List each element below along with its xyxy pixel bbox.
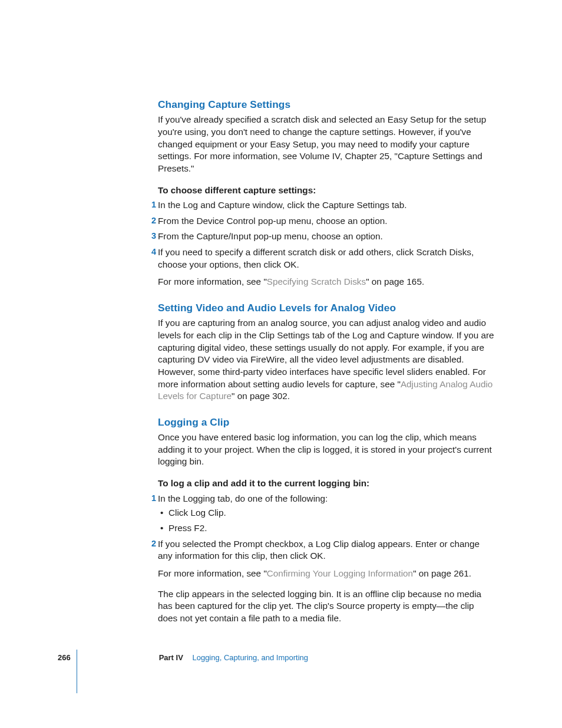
- step-text: In the Log and Capture window, click the…: [158, 200, 407, 210]
- step-number: 1: [148, 493, 156, 505]
- step-number: 2: [148, 215, 156, 227]
- step-1: 1 In the Logging tab, do one of the foll…: [158, 493, 495, 535]
- step-number: 3: [148, 230, 156, 242]
- step-text: From the Capture/Input pop-up menu, choo…: [158, 231, 383, 241]
- part-label: Part IV: [159, 653, 183, 662]
- page-number: 266: [58, 653, 157, 663]
- more-info: For more information, see "Confirming Yo…: [158, 568, 495, 580]
- step-text: If you selected the Prompt checkbox, a L…: [158, 539, 480, 561]
- page-footer: 266 Part IV Logging, Capturing, and Impo…: [58, 653, 497, 663]
- more-info: For more information, see "Specifying Sc…: [158, 276, 495, 288]
- procedure-list: 1 In the Logging tab, do one of the foll…: [158, 493, 495, 625]
- heading-changing-capture-settings: Changing Capture Settings: [158, 98, 495, 111]
- step-number: 4: [148, 246, 156, 258]
- page: Changing Capture Settings If you've alre…: [0, 0, 562, 728]
- step-2: 2 If you selected the Prompt checkbox, a…: [158, 538, 495, 625]
- heading-setting-levels: Setting Video and Audio Levels for Analo…: [158, 301, 495, 315]
- paragraph: The clip appears in the selected logging…: [158, 588, 495, 625]
- step-number: 1: [148, 199, 156, 211]
- paragraph-text-post: " on page 302.: [232, 391, 290, 401]
- paragraph: Once you have entered basic log informat…: [158, 431, 495, 468]
- step-number: 2: [148, 538, 156, 550]
- more-info-post: " on page 165.: [366, 276, 424, 286]
- cross-reference-link[interactable]: Confirming Your Logging Information: [267, 568, 413, 578]
- paragraph: If you are capturing from an analog sour…: [158, 317, 495, 402]
- cross-reference-link[interactable]: Specifying Scratch Disks: [267, 276, 366, 286]
- more-info-post: " on page 261.: [413, 568, 471, 578]
- more-info-pre: For more information, see ": [158, 276, 267, 286]
- heading-logging-a-clip: Logging a Clip: [158, 416, 495, 429]
- paragraph: If you've already specified a scratch di…: [158, 114, 495, 174]
- step-2: 2 From the Device Control pop-up menu, c…: [158, 215, 495, 228]
- bullet-item: Click Log Clip.: [168, 507, 495, 519]
- paragraph-text: If you are capturing from an analog sour…: [158, 318, 494, 388]
- step-text: If you need to specify a different scrat…: [158, 247, 474, 269]
- bullet-list: Click Log Clip. Press F2.: [158, 507, 495, 534]
- step-text: In the Logging tab, do one of the follow…: [158, 493, 328, 503]
- part-title: Logging, Capturing, and Importing: [192, 653, 308, 662]
- step-text: From the Device Control pop-up menu, cho…: [158, 216, 387, 226]
- step-4: 4 If you need to specify a different scr…: [158, 246, 495, 288]
- procedure-heading: To log a clip and add it to the current …: [158, 477, 495, 490]
- step-3: 3 From the Capture/Input pop-up menu, ch…: [158, 230, 495, 243]
- more-info-pre: For more information, see ": [158, 568, 267, 578]
- procedure-heading: To choose different capture settings:: [158, 185, 495, 197]
- procedure-list: 1 In the Log and Capture window, click t…: [158, 199, 495, 288]
- bullet-item: Press F2.: [168, 522, 495, 535]
- step-1: 1 In the Log and Capture window, click t…: [158, 199, 495, 212]
